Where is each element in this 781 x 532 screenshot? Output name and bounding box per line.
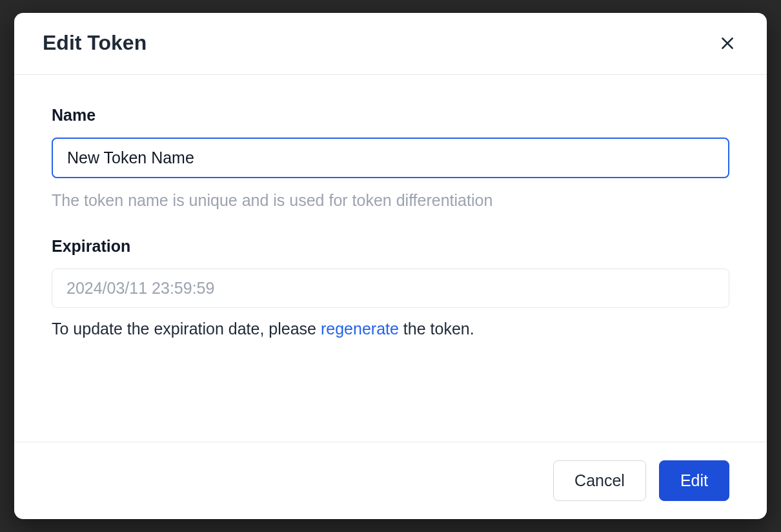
regenerate-link[interactable]: regenerate bbox=[321, 320, 399, 338]
expiration-input bbox=[52, 269, 729, 308]
name-group: Name The token name is unique and is use… bbox=[52, 106, 729, 210]
edit-button[interactable]: Edit bbox=[659, 460, 729, 501]
expiration-hint-suffix: the token. bbox=[399, 320, 474, 338]
close-button[interactable] bbox=[716, 32, 738, 54]
name-help-text: The token name is unique and is used for… bbox=[52, 191, 729, 210]
expiration-group: Expiration To update the expiration date… bbox=[52, 237, 729, 338]
expiration-label: Expiration bbox=[52, 237, 729, 256]
modal-title: Edit Token bbox=[43, 31, 147, 55]
expiration-hint-prefix: To update the expiration date, please bbox=[52, 320, 321, 338]
modal-footer: Cancel Edit bbox=[14, 442, 767, 519]
modal-body: Name The token name is unique and is use… bbox=[14, 75, 767, 442]
cancel-button[interactable]: Cancel bbox=[553, 460, 646, 501]
close-icon bbox=[719, 35, 736, 52]
expiration-hint: To update the expiration date, please re… bbox=[52, 320, 729, 338]
name-input[interactable] bbox=[52, 138, 729, 178]
edit-token-modal: Edit Token Name The token name is unique… bbox=[14, 13, 767, 519]
name-label: Name bbox=[52, 106, 729, 125]
modal-header: Edit Token bbox=[14, 13, 767, 75]
